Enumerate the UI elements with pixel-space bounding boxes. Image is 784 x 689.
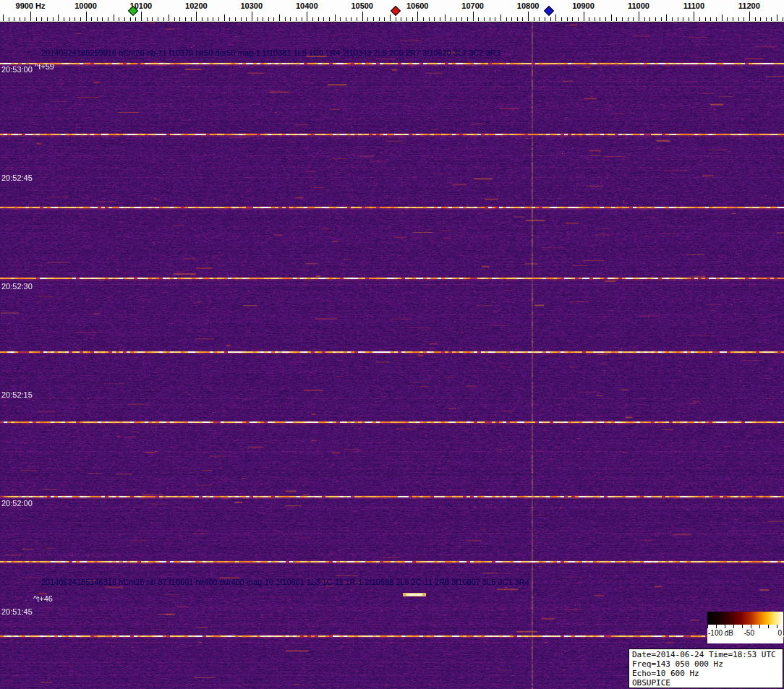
ruler-tick [461,17,462,21]
ruler-tick [119,17,119,21]
ruler-tick [346,17,346,21]
ruler-tick [268,17,269,21]
ruler-tick [263,17,263,21]
ruler-tick [699,17,700,21]
ruler-tick [396,17,396,21]
ruler-tick [423,17,424,21]
ruler-tick [517,17,518,21]
ruler-tick [130,17,131,21]
ruler-tick [678,17,678,21]
ruler-tick [296,17,297,21]
ruler-tick [47,17,48,21]
ruler-tick [440,17,440,21]
ruler-tick [373,17,374,21]
ruler-tick-label: 10500 [351,1,373,10]
ruler-tick [417,12,418,21]
ruler-tick-label: 10800 [517,1,540,10]
ruler-tick [323,17,324,21]
station-info-box: Date=2014-06-24 Time=18:53 UTC Freq=143 … [629,649,783,688]
ruler-tick [202,17,203,21]
ruler-tick [241,17,242,21]
ruler-tick [490,17,490,21]
ruler-tick [312,17,313,21]
ruler-tick [434,17,435,21]
ruler-tick [710,17,711,21]
frequency-ruler: 9900 Hz100001010010200103001040010500106… [0,0,784,22]
ruler-tick [152,17,153,21]
spectrogram-app: 9900 Hz100001010010200103001040010500106… [0,0,784,689]
time-offset-label: ^t+46 [33,594,53,603]
ruler-tick [174,17,175,21]
info-station-name: OBSUPICE [632,678,780,688]
ruler-tick [478,17,479,21]
ruler-tick [595,17,595,21]
marker-diamond-blue[interactable] [544,6,554,16]
ruler-tick [628,17,629,21]
ruler-tick [229,17,230,21]
ruler-tick [534,17,534,21]
ruler-tick [760,17,761,21]
ruler-tick [412,17,413,21]
ruler-tick [135,17,136,21]
ruler-tick [58,14,59,21]
ruler-tick [611,14,612,21]
time-label: 20:51:45 [1,607,33,616]
ruler-tick [224,14,225,21]
time-label: 20:52:45 [1,174,33,182]
colorbar-min-label: -100 dB [708,629,733,637]
ruler-tick [53,17,54,21]
ruler-tick [755,17,756,21]
ruler-tick [555,14,556,21]
ruler-tick [335,14,336,21]
ruler-tick [771,17,772,21]
ruler-tick [528,12,529,21]
marker-diamond-red[interactable] [391,6,401,16]
ruler-tick [252,12,252,21]
ruler-tick [318,17,319,21]
ruler-tick [196,12,197,21]
ruler-tick [655,17,656,21]
ruler-tick-label: 11000 [628,1,649,10]
ruler-tick [158,17,158,21]
ruler-tick-label: 10700 [461,1,484,10]
ruler-tick [36,17,37,21]
ruler-tick [550,17,551,21]
ruler-tick-label: 10300 [241,1,263,10]
ruler-tick [30,12,31,21]
ruler-tick [147,17,148,21]
ruler-tick [467,17,468,21]
ruler-tick-label: 10900 [572,1,595,10]
ruler-tick [401,17,401,21]
ruler-tick [639,12,639,21]
ruler-tick [9,17,9,21]
ruler-tick [500,14,501,21]
detection-annotation-1: 20140624185259916 hCnt26 nb-71 f10379 hi… [41,48,500,57]
time-label: 20:53:00 [1,65,33,74]
ruler-tick [357,17,357,21]
ruler-tick [69,17,70,21]
ruler-tick [191,17,192,21]
ruler-tick [743,17,744,21]
ruler-tick [672,17,673,21]
ruler-tick [179,17,180,21]
ruler-tick-label: 10000 [74,1,97,10]
ruler-tick [456,17,457,21]
intensity-colorbar: -100 dB -50 0 [707,612,783,643]
ruler-tick [246,17,247,21]
ruler-tick [777,14,777,21]
detection-annotation-2: 20140624185146316 hCnt25 nb-87 f10601 hi… [41,578,529,586]
ruler-tick [273,17,274,21]
ruler-tick [666,14,667,21]
info-echo-offset: Echo=10 600 Hz [632,669,780,678]
ruler-tick [91,17,92,21]
ruler-tick [649,17,650,21]
info-rx-frequency: Freq=143 050 000 Hz [632,659,780,669]
time-label: 20:52:15 [1,390,33,399]
ruler-tick [329,17,330,21]
ruler-tick [506,17,507,21]
ruler-tick [74,17,75,21]
ruler-tick [511,17,512,21]
ruler-tick [605,17,606,21]
ruler-tick [451,17,451,21]
ruler-tick [25,17,25,21]
